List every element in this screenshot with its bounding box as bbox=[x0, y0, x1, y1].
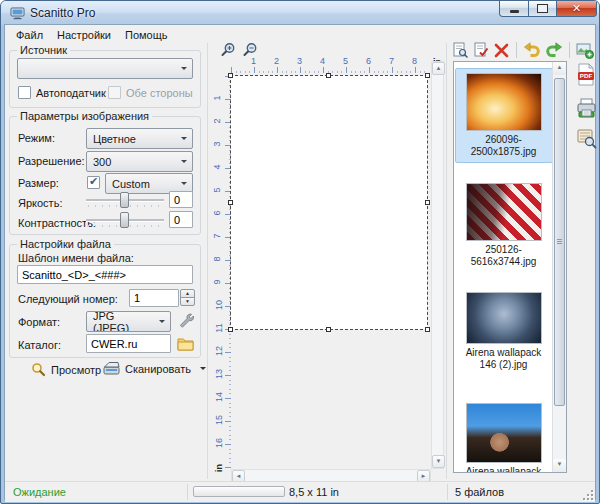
app-icon[interactable] bbox=[10, 6, 25, 20]
thumbnail-item[interactable]: 250126-5616x3744.jpg bbox=[458, 183, 550, 268]
size-checkbox[interactable] bbox=[87, 176, 100, 189]
mode-value: Цветное bbox=[93, 133, 136, 145]
scrollbar-thumb[interactable] bbox=[554, 78, 565, 406]
view-page-button[interactable] bbox=[451, 41, 469, 59]
folder-label: Каталог: bbox=[18, 339, 61, 351]
redo-arrow-icon bbox=[546, 42, 563, 58]
mode-select[interactable]: Цветное bbox=[86, 128, 193, 149]
ruler-number: 3 bbox=[212, 141, 222, 146]
scan-preview-page[interactable] bbox=[231, 76, 427, 329]
autofeeder-checkbox[interactable] bbox=[18, 86, 31, 99]
status-state: Ожидание bbox=[13, 486, 66, 498]
document-magnifier-icon bbox=[452, 42, 468, 58]
window-title: Scanitto Pro bbox=[30, 6, 95, 20]
close-button[interactable]: ✕ bbox=[556, 1, 597, 17]
thumbnail-image[interactable] bbox=[466, 403, 542, 463]
maximize-icon bbox=[537, 4, 548, 13]
export-pdf-button[interactable]: PDF bbox=[575, 63, 597, 86]
add-image-icon bbox=[576, 42, 594, 59]
left-splitter[interactable] bbox=[207, 43, 208, 479]
ruler-number: 3 bbox=[297, 56, 302, 66]
folder-path-input[interactable] bbox=[86, 334, 171, 353]
ruler-number: 4 bbox=[320, 56, 325, 66]
ruler-number: 12 bbox=[214, 346, 224, 356]
selection-handle-w[interactable] bbox=[228, 200, 233, 205]
right-splitter[interactable] bbox=[446, 43, 447, 479]
scroll-up-icon[interactable]: ▲ bbox=[432, 62, 445, 75]
spin-down-icon[interactable]: ▼ bbox=[180, 297, 195, 306]
brightness-slider[interactable] bbox=[86, 192, 164, 210]
ruler-number: 6 bbox=[212, 210, 222, 215]
menu-settings[interactable]: Настройки bbox=[50, 28, 118, 42]
browse-folder-button[interactable] bbox=[177, 336, 194, 351]
slider-thumb[interactable] bbox=[120, 212, 129, 228]
selection-handle-s[interactable] bbox=[326, 327, 331, 332]
selection-handle-se[interactable] bbox=[425, 327, 430, 332]
resolution-value: 300 bbox=[93, 156, 111, 168]
menu-file[interactable]: Файл bbox=[9, 28, 50, 42]
selection-handle-e[interactable] bbox=[425, 200, 430, 205]
thumbnail-image[interactable] bbox=[466, 73, 542, 131]
ruler-number: 13 bbox=[214, 369, 224, 379]
source-device-select[interactable] bbox=[17, 58, 193, 79]
scroll-down-icon[interactable]: ▼ bbox=[553, 459, 566, 472]
slider-thumb[interactable] bbox=[120, 192, 129, 208]
thumbnail-image[interactable] bbox=[466, 183, 542, 241]
delete-x-icon bbox=[494, 43, 509, 58]
resize-grip[interactable] bbox=[581, 488, 593, 500]
recognize-button[interactable] bbox=[575, 127, 597, 150]
rotate-right-button[interactable] bbox=[545, 41, 563, 59]
format-select[interactable]: JPG (JPEG) bbox=[86, 311, 171, 332]
selection-handle-ne[interactable] bbox=[425, 73, 430, 78]
ruler-number: 10 bbox=[214, 300, 224, 310]
status-bar: Ожидание 8,5 x 11 in 5 файлов bbox=[5, 481, 595, 502]
scroll-up-icon[interactable]: ▲ bbox=[553, 62, 566, 75]
ruler-number: 6 bbox=[366, 56, 371, 66]
title-bar[interactable]: Scanitto Pro ✕ bbox=[1, 1, 599, 25]
thumbnail-scrollbar[interactable]: ▲ ▼ bbox=[552, 62, 566, 472]
thumbnail-item[interactable]: Airena wallapack 146 (70).jpg bbox=[458, 403, 550, 473]
contrast-slider[interactable] bbox=[86, 212, 164, 230]
next-number-input[interactable] bbox=[129, 289, 179, 307]
minimize-icon bbox=[510, 10, 519, 13]
close-icon: ✕ bbox=[572, 3, 581, 14]
scan-button[interactable]: Сканировать bbox=[99, 359, 210, 378]
ocr-magnifier-icon bbox=[576, 128, 597, 149]
selection-handle-n[interactable] bbox=[326, 73, 331, 78]
printer-icon bbox=[576, 98, 597, 119]
filename-template-input[interactable] bbox=[17, 265, 193, 284]
ruler-number: 14 bbox=[214, 392, 224, 402]
next-number-stepper[interactable]: ▲ ▼ bbox=[180, 289, 195, 307]
print-button[interactable] bbox=[575, 97, 597, 120]
add-image-button[interactable] bbox=[576, 41, 594, 59]
format-settings-button[interactable] bbox=[177, 312, 194, 329]
thumbnail-item[interactable]: 260096-2500x1875.jpg bbox=[455, 68, 553, 163]
selection-handle-sw[interactable] bbox=[228, 327, 233, 332]
status-page-size: 8,5 x 11 in bbox=[289, 486, 339, 498]
brightness-value-input[interactable] bbox=[169, 191, 193, 208]
edit-page-button[interactable] bbox=[472, 41, 490, 59]
delete-page-button[interactable] bbox=[492, 41, 510, 59]
folder-icon bbox=[177, 336, 194, 351]
scroll-down-icon[interactable]: ▼ bbox=[432, 455, 445, 468]
preview-vertical-scrollbar[interactable]: ▲ ▼ bbox=[431, 61, 444, 469]
thumbnail-item[interactable]: Airena wallapack 146 (2).jpg bbox=[458, 292, 550, 371]
thumbnail-image[interactable] bbox=[466, 292, 542, 344]
ruler-number: 1 bbox=[251, 56, 256, 66]
chevron-down-icon bbox=[181, 182, 187, 185]
thumbnail-label: Airena wallapack 146 (70).jpg bbox=[458, 466, 550, 473]
chevron-down-icon bbox=[159, 320, 165, 323]
filename-template-label: Шаблон имени файла: bbox=[18, 252, 134, 264]
resolution-select[interactable]: 300 bbox=[86, 151, 193, 172]
minimize-button[interactable] bbox=[499, 1, 529, 17]
brightness-label: Яркость: bbox=[18, 197, 62, 209]
rotate-left-button[interactable] bbox=[522, 41, 540, 59]
chevron-down-icon bbox=[200, 367, 206, 370]
menu-help[interactable]: Помощь bbox=[118, 28, 175, 42]
thumbnail-label: Airena wallapack 146 (2).jpg bbox=[458, 347, 550, 371]
selection-handle-nw[interactable] bbox=[228, 73, 233, 78]
contrast-value-input[interactable] bbox=[169, 211, 193, 228]
preview-button[interactable]: Просмотр bbox=[27, 360, 105, 379]
ruler-number: 11 bbox=[214, 323, 224, 332]
maximize-button[interactable] bbox=[529, 1, 556, 17]
